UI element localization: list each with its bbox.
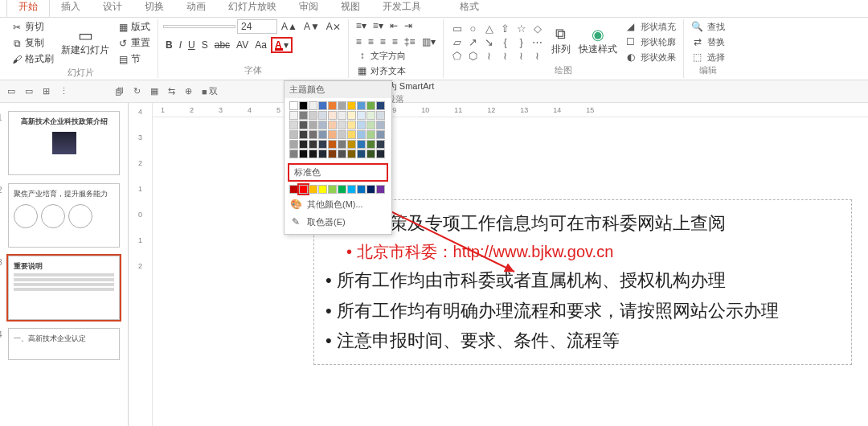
tab-format[interactable]: 格式 bbox=[448, 0, 490, 17]
spacing-button[interactable]: AV bbox=[234, 39, 251, 51]
copy-icon: ⧉ bbox=[10, 37, 23, 50]
numbering-button[interactable]: ≡▾ bbox=[371, 19, 386, 32]
reset-button[interactable]: ↺重置 bbox=[114, 35, 153, 51]
replace-button[interactable]: ⇄替换 bbox=[689, 35, 727, 49]
shrink-font-button[interactable]: A▼ bbox=[301, 20, 322, 33]
group-font-label: 字体 bbox=[163, 64, 343, 78]
slide-body[interactable]: • 所有政策及专项工作信息均可在市科委网站上查阅 • 北京市科委：http://… bbox=[313, 199, 852, 365]
eyedropper-item[interactable]: ✎取色器(E) bbox=[285, 213, 391, 231]
group-editing: 🔍查找 ⇄替换 ⬚选择 编辑 bbox=[684, 19, 732, 78]
qat-item[interactable]: ↻ bbox=[131, 85, 143, 97]
shape-outline-button[interactable]: ☐形状轮廓 bbox=[622, 35, 678, 49]
align-center-button[interactable]: ≡ bbox=[366, 35, 376, 48]
find-icon: 🔍 bbox=[691, 20, 704, 33]
thumb-1[interactable]: 1 高新技术企业科技政策介绍 bbox=[8, 111, 120, 175]
layout-button[interactable]: ▦版式 bbox=[114, 19, 153, 35]
qat-item[interactable]: ▭ bbox=[23, 85, 35, 97]
more-colors-item[interactable]: 🎨其他颜色(M)... bbox=[285, 195, 391, 213]
arrange-button[interactable]: ⧉排列 bbox=[548, 27, 574, 58]
qat-item[interactable]: ▦ bbox=[148, 85, 161, 97]
copy-button[interactable]: ⧉复制 bbox=[8, 35, 56, 51]
reset-icon: ↺ bbox=[117, 37, 129, 50]
group-slides-label: 幻灯片 bbox=[8, 67, 153, 80]
copy-label: 复制 bbox=[25, 36, 44, 50]
red-swatch[interactable] bbox=[299, 185, 308, 194]
justify-button[interactable]: ≡ bbox=[390, 35, 400, 48]
ribbon-tabs: 开始 插入 设计 切换 动画 幻灯片放映 审阅 视图 开发工具 格式 bbox=[0, 0, 868, 18]
bullet-4: • 注意申报时间、要求、条件、流程等 bbox=[326, 326, 840, 355]
shape-fill-button[interactable]: ◢形状填充 bbox=[622, 19, 678, 34]
tab-developer[interactable]: 开发工具 bbox=[371, 0, 432, 17]
slide-thumbnails[interactable]: 1 高新技术企业科技政策介绍 2 聚焦产业培育，提升服务能力 3 重要说明 4 … bbox=[0, 103, 129, 426]
tab-review[interactable]: 审阅 bbox=[288, 0, 330, 17]
align-right-button[interactable]: ≡ bbox=[378, 35, 388, 48]
linespacing-button[interactable]: ‡≡ bbox=[402, 35, 418, 48]
select-button[interactable]: ⬚选择 bbox=[689, 50, 727, 64]
brush-icon: 🖌 bbox=[10, 53, 23, 66]
shapes-gallery[interactable]: ▭○△⇧☆◇ ▱↗↘{}⋯ ⬠⬡≀≀≀≀ bbox=[448, 21, 547, 63]
shape-effects-button[interactable]: ◐形状效果 bbox=[622, 50, 678, 64]
italic-button[interactable]: I bbox=[177, 39, 184, 51]
thumb-3[interactable]: 3 重要说明 bbox=[8, 256, 120, 320]
strike-button[interactable]: abc bbox=[212, 39, 232, 51]
tab-design[interactable]: 设计 bbox=[92, 0, 133, 17]
tab-animation[interactable]: 动画 bbox=[175, 0, 217, 17]
case-button[interactable]: Aa bbox=[252, 39, 269, 51]
layout-label: 版式 bbox=[131, 20, 150, 34]
eyedropper-icon: ✎ bbox=[289, 215, 302, 228]
qat-item[interactable]: ■ 双 bbox=[199, 84, 220, 98]
shadow-button[interactable]: S bbox=[199, 39, 211, 51]
qat-item[interactable]: ⋮ bbox=[57, 85, 71, 97]
new-slide-button[interactable]: ▭ 新建幻灯片 bbox=[58, 27, 113, 59]
formatpainter-label: 格式刷 bbox=[25, 52, 54, 66]
tab-home[interactable]: 开始 bbox=[6, 0, 50, 17]
quickstyle-button[interactable]: ◉快速样式 bbox=[575, 27, 620, 58]
qat-item[interactable]: ⊕ bbox=[182, 85, 194, 97]
thumb-4[interactable]: 4 一、高新技术企业认定 bbox=[8, 328, 120, 360]
qat-item[interactable]: 🗐 bbox=[113, 86, 126, 97]
font-size-select[interactable]: 24 bbox=[237, 19, 277, 34]
bold-button[interactable]: B bbox=[163, 39, 175, 51]
bullets-button[interactable]: ≡▾ bbox=[354, 19, 369, 32]
tab-insert[interactable]: 插入 bbox=[50, 0, 92, 17]
new-slide-icon: ▭ bbox=[79, 29, 92, 42]
section-button[interactable]: ▤节 bbox=[114, 51, 153, 67]
thumb-2[interactable]: 2 聚焦产业培育，提升服务能力 bbox=[8, 183, 120, 248]
align-left-button[interactable]: ≡ bbox=[354, 35, 364, 48]
standard-color-row[interactable] bbox=[285, 183, 391, 195]
cut-button[interactable]: ✂剪切 bbox=[8, 19, 56, 35]
bullet-1: • 所有政策及专项工作信息均可在市科委网站上查阅 bbox=[326, 208, 840, 238]
grow-font-button[interactable]: A▲ bbox=[279, 20, 300, 33]
scissors-icon: ✂ bbox=[10, 21, 23, 34]
theme-color-grid[interactable] bbox=[285, 98, 391, 162]
outline-icon: ☐ bbox=[624, 35, 637, 48]
indent-inc-button[interactable]: ⇥ bbox=[402, 19, 415, 32]
qat-item[interactable]: ⊞ bbox=[40, 85, 52, 97]
qat-item[interactable]: ▭ bbox=[5, 85, 18, 97]
new-slide-label: 新建幻灯片 bbox=[61, 43, 109, 57]
indent-dec-button[interactable]: ⇤ bbox=[387, 19, 400, 32]
underline-button[interactable]: U bbox=[186, 39, 198, 51]
text-direction-button[interactable]: ↕文字方向 bbox=[354, 48, 438, 63]
slide-canvas[interactable]: 123456789101112131415 说明 • 所有政策及专项工作信息均可… bbox=[153, 103, 868, 426]
tab-slideshow[interactable]: 幻灯片放映 bbox=[217, 0, 288, 17]
font-name-select[interactable] bbox=[163, 25, 235, 28]
thumb-image bbox=[52, 132, 76, 154]
format-painter-button[interactable]: 🖌格式刷 bbox=[8, 51, 56, 67]
standard-colors-header: 标准色 bbox=[288, 163, 388, 182]
slide-title[interactable]: 说明 bbox=[313, 143, 868, 180]
theme-colors-header: 主题颜色 bbox=[285, 81, 391, 98]
reset-label: 重置 bbox=[131, 36, 150, 50]
section-label: 节 bbox=[131, 52, 141, 66]
columns-button[interactable]: ▥▾ bbox=[420, 35, 438, 48]
align-text-button[interactable]: ▦对齐文本 bbox=[354, 63, 438, 78]
group-drawing: ▭○△⇧☆◇ ▱↗↘{}⋯ ⬠⬡≀≀≀≀ ⧉排列 ◉快速样式 ◢形状填充 ☐形状… bbox=[444, 19, 684, 78]
tab-view[interactable]: 视图 bbox=[330, 0, 371, 17]
select-icon: ⬚ bbox=[691, 51, 704, 63]
find-button[interactable]: 🔍查找 bbox=[689, 19, 727, 34]
tab-transition[interactable]: 切换 bbox=[133, 0, 175, 17]
font-color-button[interactable]: A ▾ bbox=[271, 37, 293, 53]
clear-format-button[interactable]: A⨯ bbox=[324, 20, 343, 33]
layout-icon: ▦ bbox=[117, 21, 129, 34]
qat-item[interactable]: ⇆ bbox=[166, 85, 178, 97]
